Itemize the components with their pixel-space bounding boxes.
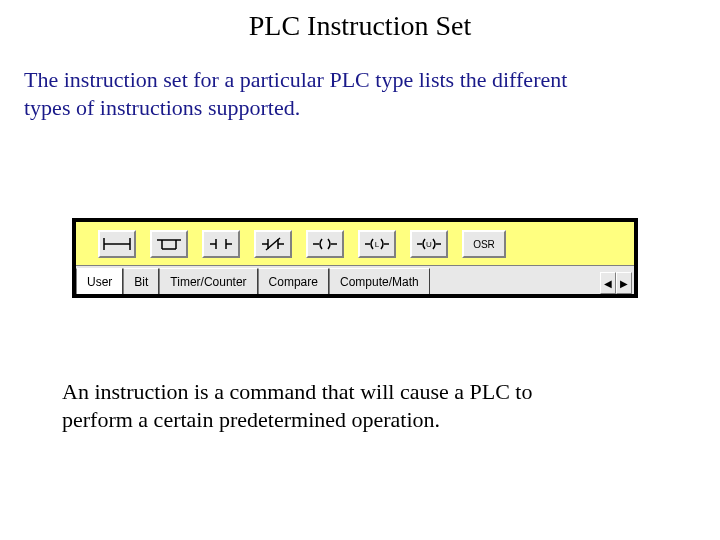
plc-toolbar: L U OSR User Bit Timer/Counter Compare [72, 218, 638, 298]
branch-icon[interactable] [150, 230, 188, 258]
tab-user[interactable]: User [76, 268, 123, 294]
toolbar-frame: L U OSR User Bit Timer/Counter Compare [72, 218, 638, 298]
otu-icon[interactable]: U [410, 230, 448, 258]
svg-text:L: L [375, 240, 380, 249]
svg-text:U: U [426, 240, 432, 249]
tab-scroll-left-icon[interactable]: ◀ [600, 272, 616, 294]
otl-icon[interactable]: L [358, 230, 396, 258]
tab-scroll-right-icon[interactable]: ▶ [616, 272, 632, 294]
toolbar-icon-row: L U OSR [82, 230, 628, 258]
footnote-text: An instruction is a command that will ca… [62, 378, 602, 433]
xic-icon[interactable] [202, 230, 240, 258]
toolbar-tab-row: User Bit Timer/Counter Compare Compute/M… [76, 265, 634, 294]
xio-icon[interactable] [254, 230, 292, 258]
osr-icon[interactable]: OSR [462, 230, 506, 258]
tab-timer-counter[interactable]: Timer/Counter [159, 268, 257, 294]
page-title: PLC Instruction Set [0, 10, 720, 42]
tab-compare[interactable]: Compare [258, 268, 329, 294]
tab-scroll-arrows: ◀ ▶ [600, 272, 634, 294]
ote-icon[interactable] [306, 230, 344, 258]
tab-bit[interactable]: Bit [123, 268, 159, 294]
tab-compute-math[interactable]: Compute/Math [329, 268, 430, 294]
intro-text: The instruction set for a particular PLC… [24, 66, 584, 121]
osr-label: OSR [473, 239, 495, 250]
rung-icon[interactable] [98, 230, 136, 258]
